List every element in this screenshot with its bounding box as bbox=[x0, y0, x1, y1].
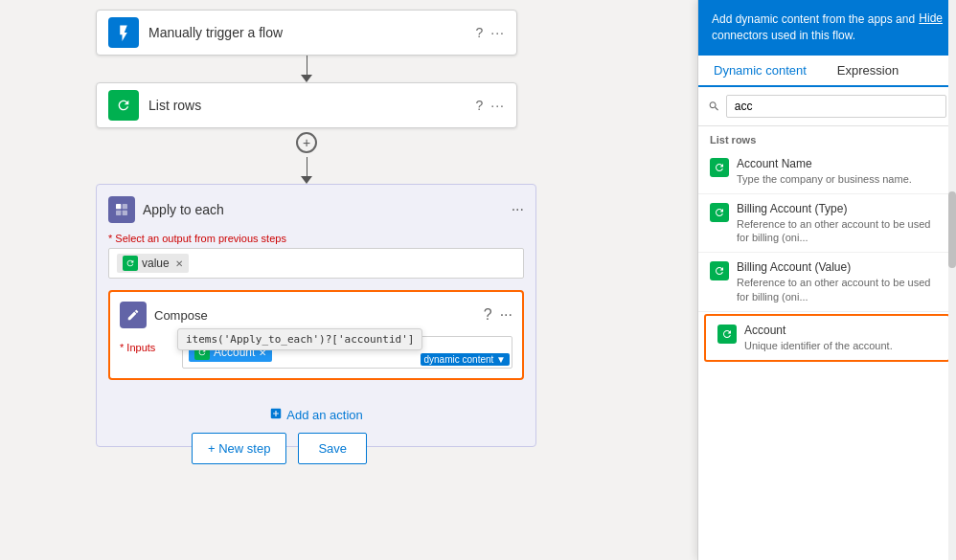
new-step-button[interactable]: + New step bbox=[192, 433, 286, 464]
item-desc-billing-value: Reference to an other account to be used… bbox=[737, 276, 945, 303]
item-desc-account: Unique identifier of the account. bbox=[744, 339, 937, 352]
compose-actions: ? ··· bbox=[484, 306, 512, 324]
search-box bbox=[698, 87, 956, 126]
scrollbar-track[interactable] bbox=[948, 0, 956, 560]
formula-text: items('Apply_to_each')?['accountid'] bbox=[186, 333, 414, 346]
value-token[interactable]: value ✕ bbox=[117, 254, 189, 273]
trigger-step-card[interactable]: Manually trigger a flow ? ··· bbox=[96, 10, 517, 56]
trigger-more-icon[interactable]: ··· bbox=[490, 25, 505, 40]
svg-rect-0 bbox=[116, 204, 121, 209]
hide-panel-button[interactable]: Hide bbox=[919, 11, 943, 25]
item-desc-billing-type: Reference to an other account to be used… bbox=[737, 217, 945, 245]
tab-expression[interactable]: Expression bbox=[822, 56, 914, 87]
canvas: Manually trigger a flow ? ··· List rows … bbox=[0, 0, 956, 560]
dynamic-content-button[interactable]: dynamic content ▼ bbox=[421, 353, 511, 366]
trigger-title: Manually trigger a flow bbox=[148, 25, 476, 40]
value-token-close[interactable]: ✕ bbox=[175, 258, 183, 269]
compose-card: Compose ? ··· * Inputs Account bbox=[108, 290, 524, 380]
trigger-help-icon[interactable]: ? bbox=[476, 25, 484, 40]
svg-rect-1 bbox=[123, 204, 127, 209]
item-content-account-name: Account Name Type the company or busines… bbox=[737, 157, 945, 186]
item-icon-billing-type bbox=[710, 203, 729, 222]
add-action-button[interactable]: Add an action bbox=[262, 403, 371, 427]
apply-each-more-icon[interactable]: ··· bbox=[512, 201, 524, 218]
plus-connector[interactable]: + bbox=[96, 128, 517, 157]
item-title-billing-value: Billing Account (Value) bbox=[737, 260, 945, 274]
trigger-actions: ? ··· bbox=[476, 25, 505, 40]
arrow-2 bbox=[96, 157, 517, 184]
dynamic-item-account[interactable]: Account Unique identifier of the account… bbox=[704, 314, 950, 362]
dynamic-item-billing-value[interactable]: Billing Account (Value) Reference to an … bbox=[698, 253, 956, 312]
list-rows-section-label: List rows bbox=[698, 126, 956, 149]
svg-rect-3 bbox=[123, 211, 127, 215]
item-icon-account-name bbox=[710, 158, 729, 177]
item-content-billing-value: Billing Account (Value) Reference to an … bbox=[737, 260, 945, 303]
compose-header: Compose ? ··· bbox=[120, 302, 512, 328]
item-content-account: Account Unique identifier of the account… bbox=[744, 324, 937, 352]
compose-more-icon[interactable]: ··· bbox=[500, 306, 512, 324]
dynamic-item-billing-type[interactable]: Billing Account (Type) Reference to an o… bbox=[698, 194, 956, 254]
item-desc-account-name: Type the company or business name. bbox=[737, 172, 945, 186]
dynamic-panel-header: Add dynamic content from the apps and co… bbox=[698, 0, 956, 56]
listrows-title: List rows bbox=[148, 98, 476, 113]
item-icon-account bbox=[717, 325, 737, 344]
listrows-actions: ? ··· bbox=[476, 98, 505, 113]
listrows-step-card[interactable]: List rows ? ··· bbox=[96, 82, 517, 128]
add-action-label: Add an action bbox=[286, 408, 363, 422]
svg-rect-2 bbox=[116, 211, 121, 215]
select-output-field[interactable]: value ✕ bbox=[108, 248, 524, 279]
search-icon bbox=[708, 100, 720, 113]
listrows-help-icon[interactable]: ? bbox=[476, 98, 484, 113]
compose-title: Compose bbox=[154, 308, 484, 323]
arrow-1 bbox=[96, 56, 517, 82]
trigger-icon bbox=[108, 17, 139, 48]
listrows-more-icon[interactable]: ··· bbox=[490, 98, 505, 113]
compose-icon bbox=[120, 302, 147, 328]
value-token-text: value bbox=[142, 257, 170, 270]
item-title-account: Account bbox=[744, 324, 937, 337]
bottom-actions: + New step Save bbox=[192, 433, 367, 464]
listrows-icon bbox=[108, 90, 139, 121]
compose-help-icon[interactable]: ? bbox=[484, 306, 492, 324]
add-action-icon bbox=[269, 407, 283, 423]
item-title-account-name: Account Name bbox=[737, 157, 945, 170]
add-action-row: Add an action bbox=[108, 395, 524, 435]
apply-each-title: Apply to each bbox=[143, 202, 512, 217]
apply-each-actions: ··· bbox=[512, 201, 524, 218]
value-token-icon bbox=[123, 256, 138, 271]
item-title-billing-type: Billing Account (Type) bbox=[737, 202, 945, 215]
inputs-label: * Inputs bbox=[120, 336, 172, 353]
tab-dynamic-content[interactable]: Dynamic content bbox=[698, 56, 822, 87]
dynamic-item-account-name[interactable]: Account Name Type the company or busines… bbox=[698, 149, 956, 194]
formula-tooltip: items('Apply_to_each')?['accountid'] bbox=[177, 328, 422, 350]
apply-each-header: Apply to each ··· bbox=[108, 196, 524, 223]
apply-each-container: Apply to each ··· * Select an output fro… bbox=[96, 184, 536, 447]
apply-each-icon bbox=[108, 196, 135, 223]
dynamic-panel-tabs: Dynamic content Expression bbox=[698, 56, 956, 87]
item-icon-billing-value bbox=[710, 261, 729, 280]
dynamic-content-panel: Add dynamic content from the apps and co… bbox=[697, 0, 956, 560]
plus-icon[interactable]: + bbox=[296, 132, 317, 153]
dynamic-panel-header-text: Add dynamic content from the apps and co… bbox=[712, 11, 919, 44]
scrollbar-thumb[interactable] bbox=[948, 191, 956, 268]
search-input[interactable] bbox=[726, 95, 946, 118]
item-content-billing-type: Billing Account (Type) Reference to an o… bbox=[737, 202, 945, 245]
save-button[interactable]: Save bbox=[298, 433, 367, 464]
select-output-label: * Select an output from previous steps bbox=[108, 233, 524, 244]
dynamic-items-list: List rows Account Name Type the company … bbox=[698, 126, 956, 560]
flow-area: Manually trigger a flow ? ··· List rows … bbox=[96, 10, 594, 447]
